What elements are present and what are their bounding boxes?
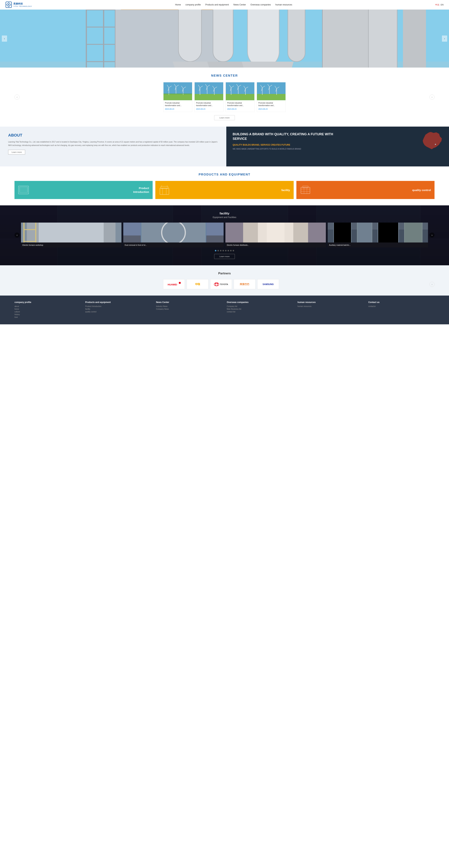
footer-grid: company profile about honor culture hist…	[14, 301, 435, 319]
hero-arrow-left[interactable]: ‹	[2, 35, 7, 42]
svg-rect-137	[357, 223, 372, 243]
logo-icon: 奕	[5, 1, 12, 8]
product-card-intro[interactable]: ProductIntroduction	[14, 181, 153, 199]
logo[interactable]: 奕 奕泰科技 YITAI TECHNOLOGY	[5, 1, 32, 8]
partner-huawei[interactable]: HUAWEI	[163, 279, 185, 289]
facility-dot-5[interactable]	[225, 250, 226, 251]
huawei-logo: HUAWEI	[167, 281, 181, 287]
footer-link-industry-news[interactable]: Industry News	[156, 305, 222, 307]
news-card-4-image	[257, 82, 286, 100]
facility-card-3-image	[225, 223, 326, 243]
partners-arrow-right[interactable]: ›	[429, 282, 435, 287]
hero-arrow-right[interactable]: ›	[442, 35, 447, 42]
footer-link-facility[interactable]: facility	[85, 308, 152, 310]
about-left: ABOUT Liaoning Yitai Technology Co., Ltd…	[0, 127, 226, 166]
svg-text:HUAWEI: HUAWEI	[168, 283, 177, 286]
facility-card-4-label: Auxiliary material batchin...	[329, 244, 351, 246]
facility-card-2[interactable]: Dust removal in front of el...	[123, 223, 224, 247]
nav-products[interactable]: Products and equipment	[205, 3, 229, 6]
nav-hr[interactable]: human resources	[276, 3, 292, 6]
nav-news[interactable]: News Center	[233, 3, 246, 6]
news-card-4-title: Promote industrial transformation and...	[258, 102, 284, 107]
facility-dot-6[interactable]	[228, 250, 229, 251]
facility-dot-2[interactable]	[218, 250, 219, 251]
product-intro-icon	[18, 185, 29, 195]
lang-switch[interactable]: 中文 | EN	[435, 3, 444, 6]
partner-alibaba[interactable]: 阿里巴巴	[234, 279, 255, 289]
products-grid: ProductIntroduction facility q	[14, 181, 435, 199]
facility-learn-more-button[interactable]: Learn more	[214, 254, 235, 259]
footer-link-product-intro[interactable]: Product Introduction	[85, 305, 152, 307]
facility-dot-7[interactable]	[230, 250, 231, 251]
footer-link-honor[interactable]: honor	[14, 308, 81, 310]
news-arrow-left[interactable]: ‹	[14, 95, 20, 100]
svg-rect-7	[179, 9, 201, 62]
news-card-3[interactable]: Promote industrial transformation and...…	[226, 82, 255, 112]
news-card-3-title: Promote industrial transformation and...	[227, 102, 253, 107]
footer-link-company-list[interactable]: Company list	[227, 305, 293, 307]
product-facility-label: facility	[281, 188, 290, 192]
product-card-facility[interactable]: facility	[155, 181, 293, 199]
facility-dots	[14, 250, 435, 251]
news-card-1[interactable]: Promote industrial transformation and...…	[163, 82, 192, 112]
facility-dot-1[interactable]	[215, 250, 216, 251]
svg-rect-107	[33, 223, 109, 243]
products-section: PRODUCTS AND EQUIPMENT ProductIntroducti…	[0, 166, 449, 205]
nav-home[interactable]: Home	[175, 3, 181, 6]
product-card-quality[interactable]: quality control	[296, 181, 435, 199]
footer-link-about[interactable]: about	[14, 305, 81, 307]
news-learn-more-button[interactable]: Learn more	[214, 115, 235, 120]
footer-col-products-title: Products and equipment	[85, 301, 152, 304]
nav-overseas[interactable]: Overseas companies	[250, 3, 271, 6]
news-card-2-title: Promote industrial transformation and...	[196, 102, 222, 107]
footer-col-contact: Contact us contactor	[368, 301, 435, 319]
footer-link-quality[interactable]: quality control	[85, 311, 152, 313]
news-section: NEWS CENTER ‹	[0, 67, 449, 127]
footer-link-contact-list[interactable]: contact list	[227, 311, 293, 313]
news-card-4[interactable]: Promote industrial transformation and...…	[257, 82, 286, 112]
facility-card-1[interactable]: Electric furnace workshop	[21, 223, 122, 247]
facility-card-1-label: Electric furnace workshop	[23, 244, 43, 246]
facility-card-3[interactable]: Electric furnace distributio...	[225, 223, 326, 247]
facility-arrow-left[interactable]: ‹	[14, 232, 20, 238]
footer-link-culture[interactable]: culture	[14, 311, 81, 313]
footer-col-products: Products and equipment Product Introduct…	[85, 301, 152, 319]
footer-link-main-business[interactable]: Main Business list	[227, 308, 293, 310]
news-card-2[interactable]: Promote industrial transformation and...…	[194, 82, 223, 112]
svg-point-149	[214, 283, 219, 286]
alibaba-logo-text: 阿里巴巴	[240, 283, 249, 286]
about-description: Liaoning Yitai Technology Co., Ltd. was …	[8, 140, 218, 147]
svg-rect-10	[288, 9, 305, 62]
product-quality-label: quality control	[412, 188, 431, 192]
facility-dot-3[interactable]	[220, 250, 221, 251]
facility-arrow-right[interactable]: ›	[429, 232, 435, 238]
partner-samsung[interactable]: SAMSUNG	[257, 279, 279, 289]
partner-toyota[interactable]: TOYOTA	[210, 279, 232, 289]
about-learn-more-button[interactable]: Learn more	[8, 150, 25, 154]
svg-rect-39	[163, 93, 192, 94]
svg-rect-109	[27, 223, 39, 243]
product-intro-label: ProductIntroduction	[133, 186, 149, 194]
footer-link-history[interactable]: history	[14, 313, 81, 315]
facility-card-4[interactable]: Auxiliary material batchin...	[328, 223, 428, 247]
footer-col-company: company profile about honor culture hist…	[14, 301, 81, 319]
news-card-3-date: 2023-08-23	[227, 108, 236, 110]
footer-link-contactor[interactable]: contactor	[368, 305, 435, 307]
about-right-title: BUILDING A BRAND WITH QUALITY, CREATING …	[233, 132, 348, 141]
facility-dot-8[interactable]	[233, 250, 234, 251]
footer-link-company-news[interactable]: Company News	[156, 308, 222, 310]
about-right-text: WE HAVE MADE UNREMITTING EFFORTS TO BUIL…	[233, 148, 443, 151]
svg-rect-110	[104, 223, 116, 243]
logo-brand: 奕泰科技	[13, 2, 32, 5]
news-card-1-date: 2023-08-23	[165, 108, 174, 110]
nav-company[interactable]: company profile	[185, 3, 201, 6]
news-card-1-image	[163, 82, 192, 100]
facility-dot-4[interactable]	[223, 250, 224, 251]
footer-link-hr[interactable]: human resources	[297, 305, 364, 307]
facility-card-2-image	[123, 223, 224, 243]
footer-link-love[interactable]: love	[14, 316, 81, 318]
footer-col-overseas-title: Overseas companies	[227, 301, 293, 304]
footer-col-hr-title: human resources	[297, 301, 364, 304]
news-arrow-right[interactable]: ›	[429, 95, 435, 100]
partner-huayi[interactable]: 华颐	[187, 279, 209, 289]
